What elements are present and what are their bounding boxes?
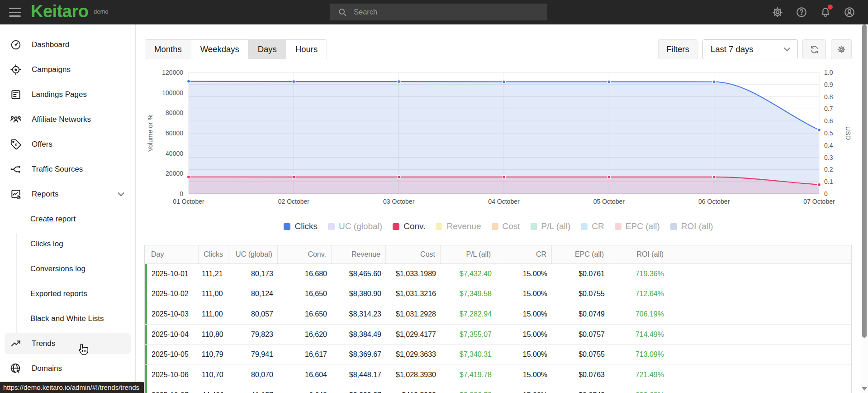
help-icon[interactable] xyxy=(796,6,807,18)
cell-p-l-all-: $7,432.40 xyxy=(441,264,496,284)
scrollbar-thumb[interactable] xyxy=(862,24,867,338)
tab-days[interactable]: Days xyxy=(249,40,286,59)
column-header-conv-[interactable]: Conv. xyxy=(278,245,332,264)
link-preview-text: https://demo.keitaro.io/admin/#!/trends/… xyxy=(3,383,139,391)
table-row[interactable]: 2025-10-04110,80379,82316,620$8,384.49$1… xyxy=(145,325,851,345)
legend-item-p-l-all-[interactable]: P/L (all) xyxy=(531,221,571,231)
chevron-down-icon xyxy=(783,47,791,52)
settings-icon-svg xyxy=(772,6,783,18)
legend-item-roi-all-[interactable]: ROI (all) xyxy=(670,221,713,231)
filters-button[interactable]: Filters xyxy=(658,39,697,59)
column-header-cost[interactable]: Cost xyxy=(386,245,441,264)
legend-item-revenue[interactable]: Revenue xyxy=(436,221,481,231)
sidebar-item-landings-pages[interactable]: Landings Pages xyxy=(0,82,135,107)
trends-chart: 02000040000600008000010000012000000.10.2… xyxy=(136,63,861,217)
sidebar-item-dashboard[interactable]: Dashboard xyxy=(0,32,135,57)
affiliate-icon-svg xyxy=(10,114,22,125)
y-axis-left-tick: 20000 xyxy=(166,170,183,177)
legend-item-epc-all-[interactable]: EPC (all) xyxy=(615,221,660,231)
sidebar-item-black-and-white-lists[interactable]: Black and White Lists xyxy=(0,306,135,331)
row-status-bar xyxy=(145,325,147,345)
table-row[interactable]: 2025-10-01111,21880,17316,680$8,465.60$1… xyxy=(145,264,851,284)
table-row[interactable]: 2025-10-06110,70980,07016,604$8,448.17$1… xyxy=(145,365,851,385)
tab-weekdays[interactable]: Weekdays xyxy=(191,40,249,59)
cell-epc-all-: $0.0757 xyxy=(552,325,609,345)
cell-cost: $1,033.1989 xyxy=(386,264,441,284)
sidebar-item-campaigns[interactable]: Campaigns xyxy=(0,57,135,82)
tab-hours[interactable]: Hours xyxy=(286,40,327,59)
trends-table: DayClicksUC (global)Conv.RevenueCostP/L … xyxy=(144,245,852,393)
cell-value: 110,803 xyxy=(202,331,223,339)
sidebar-item-offers[interactable]: $Offers xyxy=(0,132,135,157)
campaigns-icon xyxy=(10,64,22,76)
column-header-roi-all-[interactable]: ROI (all) xyxy=(609,245,669,264)
column-header-cr[interactable]: CR xyxy=(496,245,552,264)
legend-item-uc-global-[interactable]: UC (global) xyxy=(328,221,382,231)
column-header-day[interactable]: Day xyxy=(145,245,199,264)
x-axis-tick: 01 October xyxy=(173,198,204,205)
table-row[interactable]: 2025-10-02111,00580,12416,650$8,380.90$1… xyxy=(145,284,851,305)
refresh-icon xyxy=(809,44,820,55)
cell-uc-global-: 80,057 xyxy=(228,304,278,324)
trends-icon-svg xyxy=(10,338,22,350)
refresh-button[interactable] xyxy=(802,39,826,59)
table-row[interactable]: 2025-10-0744,40641,1576,648$3,299.37$412… xyxy=(145,385,851,393)
vertical-scrollbar[interactable] xyxy=(861,24,868,393)
legend-swatch xyxy=(615,223,621,230)
legend-swatch xyxy=(328,223,335,230)
cell-epc-all-: $0.0755 xyxy=(552,284,609,304)
sidebar-item-reports[interactable]: Reports xyxy=(0,182,135,206)
sidebar-item-trends[interactable]: Trends xyxy=(5,333,131,354)
menu-hamburger-icon[interactable] xyxy=(9,6,21,18)
link-preview-status: https://demo.keitaro.io/admin/#!/trends/… xyxy=(0,382,144,393)
tab-months[interactable]: Months xyxy=(145,40,191,59)
cell-uc-global-: 41,157 xyxy=(228,385,278,393)
table-row[interactable]: 2025-10-03111,00880,05716,650$8,314.23$1… xyxy=(145,304,851,325)
date-range-select[interactable]: Last 7 days xyxy=(702,39,798,59)
sidebar-item-label: Clicks log xyxy=(30,240,63,249)
column-header-epc-all-[interactable]: EPC (all) xyxy=(552,245,609,264)
column-header-revenue[interactable]: Revenue xyxy=(332,245,386,264)
legend-item-cr[interactable]: CR xyxy=(581,221,604,231)
y-axis-right-tick: 0 xyxy=(824,190,828,197)
column-header-uc-global-[interactable]: UC (global) xyxy=(228,245,278,264)
cell-conv-: 16,620 xyxy=(278,325,332,345)
account-icon[interactable] xyxy=(844,6,855,18)
row-status-bar xyxy=(145,365,147,385)
cell-clicks: 111,005 xyxy=(199,284,228,304)
table-row[interactable]: 2025-10-05110,79479,94116,617$8,369.67$1… xyxy=(145,345,851,365)
landings-icon xyxy=(10,89,22,101)
topbar-icons xyxy=(772,0,855,24)
row-status-bar xyxy=(145,284,147,304)
sidebar-item-domains[interactable]: Domains xyxy=(0,356,135,381)
series-point-clicks xyxy=(397,80,400,83)
sidebar-item-exported-reports[interactable]: Exported reports xyxy=(0,281,135,306)
column-header-p-l-all-[interactable]: P/L (all) xyxy=(441,245,496,264)
sidebar-item-clicks-log[interactable]: Clicks log xyxy=(0,231,135,256)
notifications-bell-icon[interactable] xyxy=(820,6,831,18)
legend-item-conv-[interactable]: Conv. xyxy=(393,221,425,231)
y-axis-right-tick: 0.7 xyxy=(824,105,833,112)
scrollbar-down-arrow-icon[interactable] xyxy=(862,387,867,391)
legend-item-clicks[interactable]: Clicks xyxy=(284,221,318,231)
x-axis-tick: 02 October xyxy=(278,198,310,205)
sidebar-item-create-report[interactable]: Create report xyxy=(0,206,135,231)
legend-item-cost[interactable]: Cost xyxy=(492,221,520,231)
sidebar-item-conversions-log[interactable]: Conversions log xyxy=(0,256,135,281)
cell-p-l-all-: $7,349.58 xyxy=(441,284,496,304)
sidebar-item-label: Black and White Lists xyxy=(30,314,104,323)
series-point-clicks xyxy=(712,80,716,83)
settings-icon[interactable] xyxy=(772,6,783,18)
y-axis-right-tick: 0.5 xyxy=(824,129,833,137)
column-header-clicks[interactable]: Clicks xyxy=(199,245,228,264)
sidebar-item-affiliate-networks[interactable]: Affiliate Networks xyxy=(0,107,135,132)
series-point-conv- xyxy=(818,183,821,186)
sidebar-item-traffic-sources[interactable]: Traffic Sources xyxy=(0,157,135,182)
keitaro-logo[interactable]: Keitaro xyxy=(31,2,88,21)
search-box[interactable] xyxy=(330,4,547,20)
cell-clicks: 110,803 xyxy=(199,325,228,345)
search-input[interactable] xyxy=(354,8,535,16)
cell-epc-all-: $0.0763 xyxy=(552,365,609,385)
gear-icon xyxy=(837,45,846,54)
chart-settings-button[interactable] xyxy=(831,39,852,59)
